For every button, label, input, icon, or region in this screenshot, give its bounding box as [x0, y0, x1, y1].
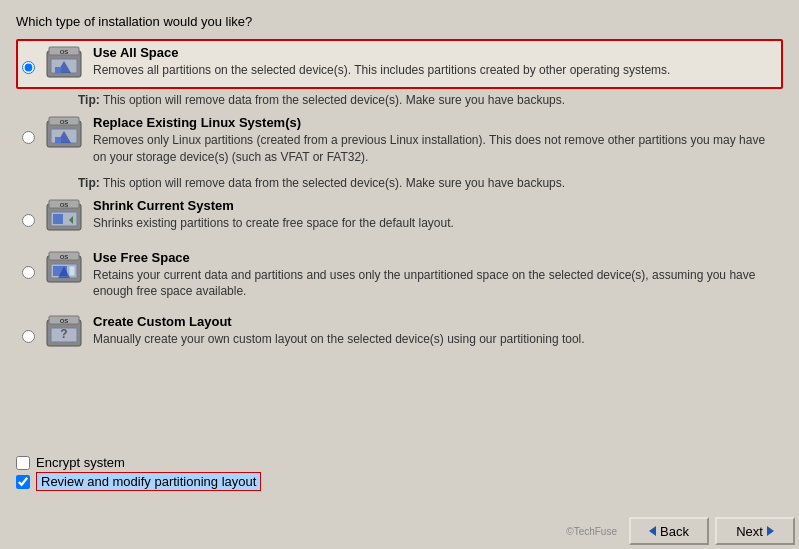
encrypt-system-row: Encrypt system	[16, 455, 783, 470]
back-button[interactable]: Back	[629, 517, 709, 545]
option-replace-linux[interactable]: OS Replace Existing Linux System(s) Remo…	[16, 109, 783, 172]
review-layout-label[interactable]: Review and modify partitioning layout	[36, 474, 261, 489]
svg-rect-9	[55, 137, 61, 143]
svg-rect-20	[69, 266, 75, 276]
disk-replace-icon: OS	[45, 115, 83, 153]
option-use-all-space[interactable]: OS Use All Space Removes all partitions …	[16, 39, 783, 89]
svg-text:OS: OS	[60, 254, 69, 260]
radio-shrink-current[interactable]	[22, 214, 35, 227]
radio-replace-linux[interactable]	[22, 131, 35, 144]
option-shrink-current[interactable]: OS Shrink Current System Shrinks existin…	[16, 192, 783, 242]
radio-use-all-space[interactable]	[22, 61, 35, 74]
radio-use-free-space[interactable]	[22, 266, 35, 279]
checkboxes-area: Encrypt system Review and modify partiti…	[16, 455, 783, 489]
page-title: Which type of installation would you lik…	[16, 14, 783, 29]
disk-full-icon: OS	[45, 45, 83, 83]
review-layout-row: Review and modify partitioning layout	[16, 474, 783, 489]
review-layout-checkbox[interactable]	[16, 475, 30, 489]
option-create-custom[interactable]: OS ? Create Custom Layout Manually creat…	[16, 308, 783, 358]
options-area: OS Use All Space Removes all partitions …	[16, 39, 783, 358]
disk-free-icon: OS	[45, 250, 83, 288]
svg-rect-14	[53, 214, 63, 224]
disk-shrink-icon: OS	[45, 198, 83, 236]
option-shrink-current-content: Shrink Current System Shrinks existing p…	[93, 198, 777, 232]
svg-text:OS: OS	[60, 119, 69, 125]
tip-use-all-space: Tip: This option will remove data from t…	[78, 93, 783, 107]
nav-buttons-bar: ©TechFuse Back Next	[0, 511, 799, 549]
option-use-all-space-desc: Removes all partitions on the selected d…	[93, 62, 777, 79]
option-use-free-space-desc: Retains your current data and partitions…	[93, 267, 777, 301]
option-create-custom-title: Create Custom Layout	[93, 314, 777, 329]
bottom-section: Encrypt system Review and modify partiti…	[16, 455, 783, 503]
svg-rect-4	[55, 67, 61, 73]
tip-replace-linux: Tip: This option will remove data from t…	[78, 176, 783, 190]
disk-custom-icon: OS ?	[45, 314, 83, 352]
option-use-all-space-content: Use All Space Removes all partitions on …	[93, 45, 777, 79]
next-label: Next	[736, 524, 763, 539]
back-label: Back	[660, 524, 689, 539]
option-shrink-current-title: Shrink Current System	[93, 198, 777, 213]
svg-text:OS: OS	[60, 49, 69, 55]
option-create-custom-desc: Manually create your own custom layout o…	[93, 331, 777, 348]
watermark-text: ©TechFuse	[566, 526, 617, 537]
option-use-free-space[interactable]: OS Use Free Space Retains your current d…	[16, 244, 783, 307]
option-shrink-current-desc: Shrinks existing partitions to create fr…	[93, 215, 777, 232]
encrypt-system-label[interactable]: Encrypt system	[36, 455, 125, 470]
svg-text:?: ?	[60, 327, 67, 341]
option-use-all-space-title: Use All Space	[93, 45, 777, 60]
option-replace-linux-desc: Removes only Linux partitions (created f…	[93, 132, 777, 166]
svg-text:OS: OS	[60, 318, 69, 324]
option-replace-linux-title: Replace Existing Linux System(s)	[93, 115, 777, 130]
back-arrow-icon	[649, 526, 656, 536]
option-use-free-space-content: Use Free Space Retains your current data…	[93, 250, 777, 301]
option-create-custom-content: Create Custom Layout Manually create you…	[93, 314, 777, 348]
radio-create-custom[interactable]	[22, 330, 35, 343]
svg-text:OS: OS	[60, 202, 69, 208]
encrypt-system-checkbox[interactable]	[16, 456, 30, 470]
next-button[interactable]: Next	[715, 517, 795, 545]
option-replace-linux-content: Replace Existing Linux System(s) Removes…	[93, 115, 777, 166]
main-container: Which type of installation would you lik…	[0, 0, 799, 511]
next-arrow-icon	[767, 526, 774, 536]
option-use-free-space-title: Use Free Space	[93, 250, 777, 265]
